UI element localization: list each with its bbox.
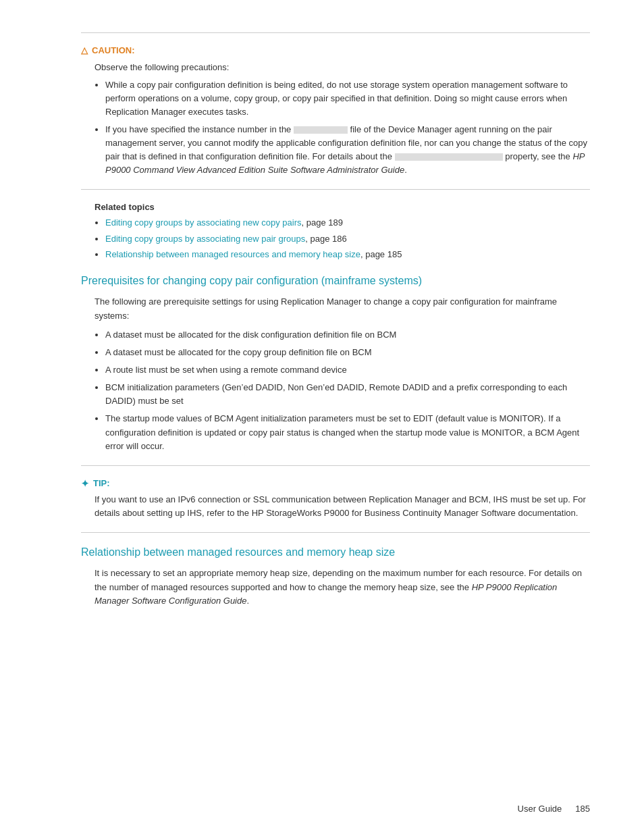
tip-text: If you want to use an IPv6 connection or…: [95, 493, 590, 520]
caution-bullets: While a copy pair configuration definiti…: [105, 78, 590, 178]
guide-title-caution: HP P9000 Command View Advanced Edition S…: [105, 151, 585, 175]
middle-divider-3: [81, 532, 590, 533]
tip-icon: ✦: [81, 478, 89, 489]
tip-block: ✦ TIP: If you want to use an IPv6 connec…: [81, 478, 590, 520]
middle-divider-2: [81, 465, 590, 466]
prereq-bullet-3: A route list must be set when using a re…: [105, 363, 590, 377]
prereq-bullet-1: A dataset must be allocated for the disk…: [105, 328, 590, 342]
top-divider: [81, 32, 590, 33]
caution-triangle-icon: △: [81, 45, 88, 55]
prereq-bullet-2: A dataset must be allocated for the copy…: [105, 346, 590, 359]
related-topic-item-1: Editing copy groups by associating new c…: [105, 216, 590, 230]
caution-bullet-2: If you have specified the instance numbe…: [105, 123, 590, 178]
related-topics: Related topics Editing copy groups by as…: [95, 202, 590, 261]
related-topics-list: Editing copy groups by associating new c…: [105, 216, 590, 261]
related-topic-link-2[interactable]: Editing copy groups by associating new p…: [105, 234, 305, 244]
page-footer: User Guide 185: [518, 804, 590, 814]
footer-page-number: 185: [575, 804, 590, 814]
redacted-field-2: [395, 153, 503, 161]
caution-block: △ CAUTION: Observe the following precaut…: [81, 45, 590, 177]
page-content: △ CAUTION: Observe the following precaut…: [81, 32, 590, 608]
related-topic-item-2: Editing copy groups by associating new p…: [105, 232, 590, 246]
footer-label: User Guide: [518, 804, 562, 814]
prerequisites-intro: The following are prerequisite settings …: [95, 295, 590, 322]
relationship-body: It is necessary to set an appropriate me…: [95, 567, 590, 607]
related-topic-item-3: Relationship between managed resources a…: [105, 248, 590, 261]
redacted-field-1: [294, 126, 348, 134]
relationship-heading: Relationship between managed resources a…: [81, 545, 590, 560]
middle-divider-1: [81, 189, 590, 190]
prerequisites-bullets: A dataset must be allocated for the disk…: [105, 328, 590, 453]
prereq-bullet-5: The startup mode values of BCM Agent ini…: [105, 412, 590, 452]
caution-label: CAUTION:: [92, 45, 135, 55]
related-topic-link-1[interactable]: Editing copy groups by associating new c…: [105, 217, 302, 228]
caution-intro: Observe the following precautions:: [95, 61, 590, 74]
related-topics-title: Related topics: [95, 202, 590, 212]
tip-label: TIP:: [93, 478, 110, 488]
tip-title: ✦ TIP:: [81, 478, 590, 489]
caution-title: △ CAUTION:: [81, 45, 590, 55]
prereq-bullet-4: BCM initialization parameters (Gen’ed DA…: [105, 381, 590, 408]
prerequisites-heading: Prerequisites for changing copy pair con…: [81, 273, 590, 288]
caution-bullet-1: While a copy pair configuration definiti…: [105, 78, 590, 119]
relationship-text-end: .: [246, 596, 249, 606]
related-topic-link-3[interactable]: Relationship between managed resources a…: [105, 249, 360, 259]
